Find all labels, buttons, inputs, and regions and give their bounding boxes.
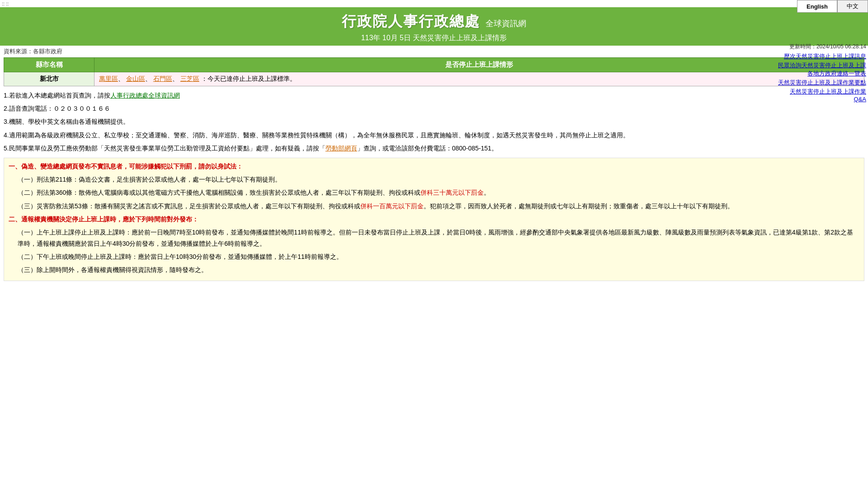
district-link-wanli[interactable]: 萬里區 bbox=[99, 75, 118, 82]
main-content: 資料來源：各縣市政府 縣市名稱 是否停止上班上課情形 新北市 萬里區、 金山區、… bbox=[0, 46, 868, 283]
warning-item2-1: （一）上午上班上課停止上班及上課時：應於前一日晚間7時至10時前發布，並通知傳播… bbox=[9, 227, 859, 249]
warning-item-1: （一）刑法第211條：偽造公文書，足生損害於公眾或他人者，處一年以上七年以下有期… bbox=[9, 174, 859, 185]
skip-links: :: :: bbox=[0, 0, 868, 7]
district-link-shimen[interactable]: 石門區 bbox=[153, 75, 172, 82]
status-cell: 萬里區、 金山區、 石門區、 三芝區 ：今天已達停止上班及上課標準。 bbox=[94, 72, 864, 86]
table-header-status: 是否停止上班上課情形 bbox=[94, 58, 864, 72]
notice-item-1: 1.若欲進入本總處網站首頁查詢，請按人事行政總處全球資訊網 bbox=[4, 90, 864, 101]
sidebar-link-contact[interactable]: 民眾洽詢天然災害停止上班及上課各地方政府連絡一覽表 bbox=[778, 61, 866, 78]
notice-item-5: 5.民間事業單位及勞工應依勞動部「天然災害發生事業單位勞工出勤管理及工資給付要點… bbox=[4, 143, 864, 154]
info-sidebar: 更新時間：2024/10/05 06:28:14 歷次天然災害停止上班上課訊息 … bbox=[778, 43, 868, 103]
notice-item-3: 3.機關、學校中英文名稱由各通報機關提供。 bbox=[4, 116, 864, 127]
city-name-cell: 新北市 bbox=[4, 72, 94, 86]
admin-website-link[interactable]: 人事行政總處全球資訊網 bbox=[110, 92, 180, 99]
site-subtitle: 全球資訊網 bbox=[486, 19, 526, 28]
page-date-heading: 113年 10月 5日 天然災害停止上班及上課情形 bbox=[0, 33, 868, 43]
update-time: 更新時間：2024/10/05 06:28:14 bbox=[778, 43, 866, 51]
table-header-city: 縣市名稱 bbox=[4, 58, 94, 72]
skip-link-text: :: :: bbox=[2, 1, 9, 6]
labor-ministry-link[interactable]: 勞動部網頁 bbox=[326, 145, 357, 152]
warning-item2-2: （二）下午上班或晚間停止上班及上課時：應於當日上午10時30分前發布，並通知傳播… bbox=[9, 251, 859, 263]
warning-item-2: （二）刑法第360條：散佈他人電腦病毒或以其他電磁方式干擾他人電腦相關設備，致生… bbox=[9, 187, 859, 198]
sidebar-link-qa[interactable]: 天然災害停止上班及上課作業Q&A bbox=[778, 88, 866, 103]
notice-item-2: 2.語音查詢電話：０２０３００１６６ bbox=[4, 103, 864, 114]
warning-title-1: 一、偽造、變造總處網頁發布不實訊息者，可能涉嫌觸犯以下刑罰，請勿以身試法： bbox=[9, 161, 859, 172]
warning-item-3: （三）災害防救法第53條：散播有關災害之謠言或不實訊息，足生損害於公眾或他人者，… bbox=[9, 201, 859, 212]
warning-section: 一、偽造、變造總處網頁發布不實訊息者，可能涉嫌觸犯以下刑罰，請勿以身試法： （一… bbox=[4, 158, 864, 281]
warning-item2-3: （三）除上開時間外，各通報權責機關得視資訊情形，隨時發布之。 bbox=[9, 264, 859, 276]
district-link-sanzhi[interactable]: 三芝區 bbox=[180, 75, 199, 82]
chinese-button[interactable]: 中文 bbox=[837, 0, 868, 13]
site-title: 行政院人事行政總處 bbox=[342, 13, 480, 29]
sidebar-link-history[interactable]: 歷次天然災害停止上班上課訊息 bbox=[778, 52, 866, 61]
language-bar: English 中文 bbox=[797, 0, 868, 13]
page-header: 行政院人事行政總處 全球資訊網 113年 10月 5日 天然災害停止上班及上課情… bbox=[0, 7, 868, 46]
english-button[interactable]: English bbox=[797, 0, 837, 13]
status-suffix-text: ：今天已達停止上班及上課標準。 bbox=[201, 75, 296, 82]
sidebar-link-procedure[interactable]: 天然災害停止上班及上課作業要點 bbox=[778, 79, 866, 87]
data-source: 資料來源：各縣市政府 bbox=[4, 47, 864, 56]
header-title-line: 行政院人事行政總處 全球資訊網 bbox=[0, 12, 868, 32]
notice-section: 1.若欲進入本總處網站首頁查詢，請按人事行政總處全球資訊網 2.語音查詢電話：０… bbox=[4, 90, 864, 154]
notice-item-4: 4.適用範圍為各級政府機關及公立、私立學校；至交通運輸、警察、消防、海岸巡防、醫… bbox=[4, 130, 864, 141]
status-table: 縣市名稱 是否停止上班上課情形 新北市 萬里區、 金山區、 石門區、 三芝區 ：… bbox=[4, 57, 864, 86]
district-link-jinshan[interactable]: 金山區 bbox=[126, 75, 145, 82]
table-row: 新北市 萬里區、 金山區、 石門區、 三芝區 ：今天已達停止上班及上課標準。 bbox=[4, 72, 864, 86]
warning-title-2: 二、通報權責機關決定停止上班上課時，應於下列時間前對外發布： bbox=[9, 214, 859, 225]
